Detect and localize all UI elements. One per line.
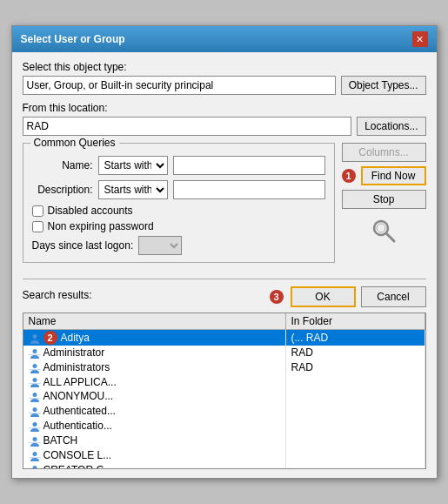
svg-point-21: [32, 466, 37, 469]
left-content: Common Queries Name: Starts with De: [23, 143, 335, 272]
non-expiring-row: Non expiring password: [32, 220, 325, 232]
table-row[interactable]: 2Aditya(... RAD: [23, 330, 425, 346]
right-buttons: Columns... 1 Find Now Stop: [342, 143, 426, 272]
results-table: Name In Folder 2Aditya(... RAD Administr…: [23, 313, 425, 469]
table-row[interactable]: Authenticated...: [23, 404, 425, 419]
svg-rect-4: [29, 339, 41, 340]
find-now-button[interactable]: Find Now: [361, 166, 426, 185]
svg-point-3: [32, 334, 37, 339]
name-column-header: Name: [23, 313, 286, 330]
folder-cell: [285, 389, 425, 404]
svg-point-15: [32, 422, 37, 427]
name-starts-with-select[interactable]: Starts with: [98, 156, 168, 175]
description-input[interactable]: [173, 180, 325, 199]
table-row[interactable]: AdministratorsRAD: [23, 360, 425, 375]
title-bar: Select User or Group ✕: [12, 26, 437, 52]
svg-point-11: [32, 393, 37, 397]
name-input[interactable]: [173, 156, 325, 175]
common-queries-tab[interactable]: Common Queries: [30, 137, 119, 149]
svg-rect-12: [29, 398, 41, 399]
folder-column-header: In Folder: [285, 313, 425, 330]
find-now-row: 1 Find Now: [342, 166, 426, 185]
results-table-container[interactable]: Name In Folder 2Aditya(... RAD Administr…: [23, 312, 426, 469]
main-content-area: Common Queries Name: Starts with De: [23, 143, 426, 272]
name-value: ANONYMOU...: [43, 390, 114, 402]
object-type-input[interactable]: [23, 76, 336, 95]
svg-point-5: [32, 349, 37, 353]
non-expiring-label: Non expiring password: [48, 220, 154, 232]
folder-cell: [285, 375, 425, 390]
disabled-accounts-checkbox[interactable]: [32, 205, 43, 217]
svg-rect-14: [29, 413, 41, 413]
folder-cell: [285, 463, 425, 469]
name-value: Administrators: [43, 361, 110, 373]
ok-cancel-row: Search results: 3 OK Cancel: [23, 286, 426, 307]
name-value: Authenticated...: [43, 405, 116, 417]
svg-rect-6: [29, 354, 41, 355]
name-value: CREATOR G...: [43, 464, 113, 469]
folder-cell: [285, 404, 425, 419]
table-row[interactable]: AdministratorRAD: [23, 346, 425, 360]
object-types-button[interactable]: Object Types...: [341, 76, 426, 95]
svg-point-7: [32, 364, 37, 368]
name-cell: ALL APPLICA...: [23, 375, 286, 390]
name-value: BATCH: [43, 434, 78, 447]
table-row[interactable]: ANONYMOU...: [23, 389, 425, 404]
locations-button[interactable]: Locations...: [357, 117, 425, 136]
days-row: Days since last logon:: [32, 236, 325, 255]
svg-point-2: [377, 224, 385, 232]
description-label: Description:: [32, 184, 93, 196]
svg-point-13: [32, 407, 37, 412]
name-cell: BATCH: [23, 433, 286, 448]
table-row[interactable]: CONSOLE L...: [23, 448, 425, 463]
ok-button[interactable]: OK: [291, 286, 356, 307]
svg-line-1: [386, 233, 394, 241]
close-button[interactable]: ✕: [412, 31, 428, 47]
dialog-title: Select User or Group: [21, 33, 125, 45]
search-icon-area: [342, 213, 426, 248]
name-value: Authenticatio...: [43, 420, 112, 432]
folder-cell: RAD: [285, 346, 425, 360]
location-row: Locations...: [23, 117, 426, 136]
location-input[interactable]: [23, 117, 352, 136]
svg-point-17: [32, 437, 37, 441]
svg-rect-20: [29, 457, 41, 458]
name-value: Administrator: [43, 346, 105, 359]
stop-button[interactable]: Stop: [342, 190, 426, 209]
name-value: ALL APPLICA...: [43, 376, 117, 388]
svg-rect-16: [29, 427, 41, 428]
folder-cell: RAD: [285, 360, 425, 375]
columns-button[interactable]: Columns...: [342, 143, 426, 162]
name-cell: Administrators: [23, 360, 286, 375]
name-cell: 2Aditya: [23, 330, 286, 346]
cancel-button[interactable]: Cancel: [361, 286, 426, 307]
search-results-label: Search results:: [23, 289, 264, 301]
common-queries-group: Common Queries Name: Starts with De: [23, 143, 335, 263]
name-cell: CONSOLE L...: [23, 448, 286, 463]
table-row[interactable]: BATCH: [23, 433, 425, 448]
table-row[interactable]: Authenticatio...: [23, 419, 425, 433]
table-row[interactable]: ALL APPLICA...: [23, 375, 425, 390]
select-user-dialog: Select User or Group ✕ Select this objec…: [11, 25, 438, 479]
name-value: CONSOLE L...: [43, 449, 112, 461]
search-icon: [370, 217, 398, 245]
object-type-row: Object Types...: [23, 76, 426, 95]
dialog-body: Select this object type: Object Types...…: [12, 52, 437, 478]
description-starts-with-select[interactable]: Starts with: [98, 180, 168, 199]
object-type-label: Select this object type:: [23, 61, 426, 73]
svg-rect-18: [29, 442, 41, 443]
name-row: Name: Starts with: [32, 156, 325, 175]
name-label: Name:: [32, 159, 93, 171]
step3-badge: 3: [270, 290, 284, 304]
step1-badge: 1: [342, 169, 356, 183]
non-expiring-checkbox[interactable]: [32, 221, 43, 232]
name-cell: CREATOR G...: [23, 463, 286, 469]
table-row[interactable]: CREATOR G...: [23, 463, 425, 469]
step2-badge: 2: [43, 331, 57, 345]
folder-cell: [285, 419, 425, 433]
results-area: Search results: 3 OK Cancel Name In Fold…: [23, 286, 426, 469]
disabled-accounts-row: Disabled accounts: [32, 205, 325, 217]
name-cell: ANONYMOU...: [23, 389, 286, 404]
name-value: Aditya: [61, 332, 90, 344]
days-select[interactable]: [138, 236, 182, 255]
